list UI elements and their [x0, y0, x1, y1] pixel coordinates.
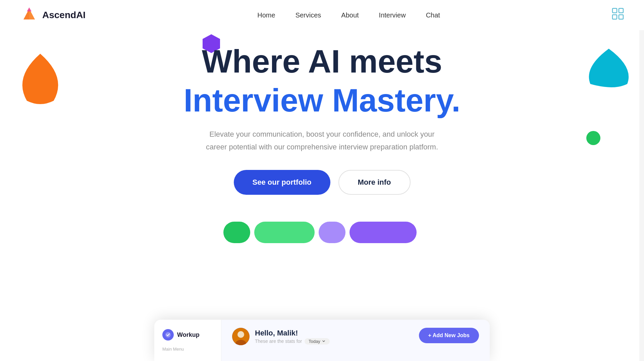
hero-title-line2: Interview Mastery.	[67, 83, 577, 118]
svg-rect-3	[619, 15, 623, 19]
svg-rect-0	[612, 8, 617, 13]
hero-title-line1: Where AI meets	[67, 44, 577, 79]
bottom-chips	[67, 222, 577, 243]
workup-greeting-sub: These are the stats for Today	[255, 338, 330, 345]
hero-section: Where AI meets Interview Mastery. Elevat…	[0, 30, 644, 344]
more-info-button[interactable]: More info	[338, 170, 411, 195]
logo-link[interactable]: AscendAI	[20, 6, 86, 24]
hero-buttons: See our portfolio More info	[67, 170, 577, 195]
add-new-jobs-button[interactable]: + Add New Jobs	[419, 328, 479, 343]
nav-services[interactable]: Services	[296, 11, 321, 19]
workup-avatar	[232, 328, 250, 345]
workup-sidebar: Workup Main Menu	[154, 320, 221, 361]
chip-purple-small	[319, 222, 345, 243]
navbar: AscendAI Home Services About Interview C…	[0, 0, 644, 30]
nav-home[interactable]: Home	[257, 11, 275, 19]
logo-text: AscendAI	[42, 10, 86, 20]
scrollbar[interactable]	[639, 0, 644, 361]
nav-interview[interactable]: Interview	[379, 11, 406, 19]
workup-greeting-name: Hello, Malik!	[255, 329, 330, 337]
nav-links: Home Services About Interview Chat	[257, 11, 440, 19]
logo-icon	[20, 6, 38, 24]
workup-menu-label: Main Menu	[162, 347, 184, 352]
workup-overlay: Workup Main Menu Hello, Malik! These are…	[154, 320, 490, 361]
chip-green-large	[254, 222, 315, 243]
chip-green-small	[223, 222, 250, 243]
svg-point-7	[237, 331, 244, 338]
workup-main: Hello, Malik! These are the stats for To…	[221, 320, 490, 361]
workup-period-badge[interactable]: Today	[305, 338, 330, 345]
workup-logo-icon	[162, 329, 174, 341]
workup-logo-text: Workup	[177, 331, 200, 339]
nav-chat[interactable]: Chat	[426, 11, 440, 19]
nav-right	[612, 8, 624, 22]
portfolio-button[interactable]: See our portfolio	[234, 170, 330, 195]
svg-point-5	[165, 332, 171, 337]
workup-logo: Workup	[162, 329, 200, 341]
expand-icon[interactable]	[612, 8, 624, 22]
nav-about[interactable]: About	[341, 11, 359, 19]
workup-greeting: Hello, Malik! These are the stats for To…	[232, 328, 330, 345]
chip-purple-large	[350, 222, 417, 243]
svg-rect-1	[619, 8, 623, 13]
svg-rect-2	[612, 15, 617, 19]
hero-subtitle: Elevate your communication, boost your c…	[201, 128, 443, 153]
workup-greeting-content: Hello, Malik! These are the stats for To…	[255, 329, 330, 345]
